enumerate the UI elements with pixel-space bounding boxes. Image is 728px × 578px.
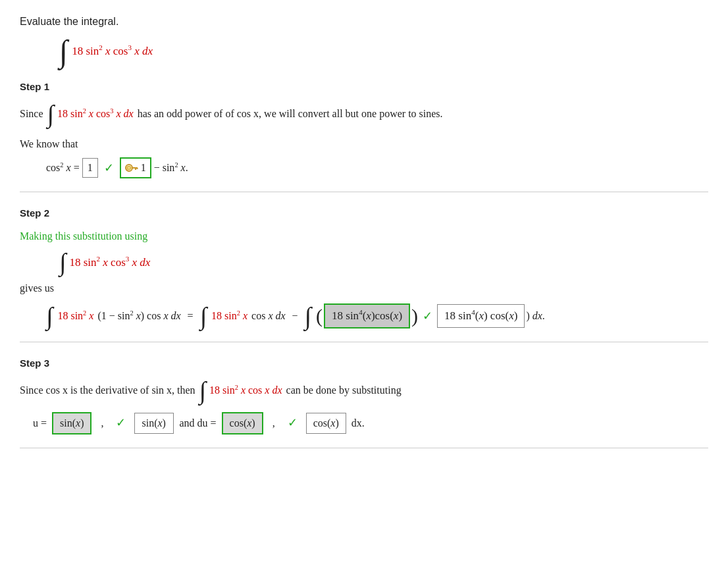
divider-3 xyxy=(20,448,708,448)
step2-making-text: Making this substitution using xyxy=(20,230,147,242)
step1-integral-expr: 18 sin2 x cos3 x dx xyxy=(57,105,134,122)
step3-integral-inline: ∫ 18 sin2 x cos x dx xyxy=(199,378,282,403)
step1-we-know: We know that xyxy=(20,136,708,153)
step2-gives-us: gives us xyxy=(20,280,708,297)
step3-and-du: and du = xyxy=(179,415,216,432)
step2-making-row: Making this substitution using xyxy=(20,228,708,245)
step2-rhs-integral: ∫ xyxy=(305,303,311,328)
step2-mid-integral: ∫ xyxy=(200,303,207,328)
step3-substitution-row: u = sin(x) , ✓ sin(x) and du = cos(x) , … xyxy=(33,412,708,434)
step1-section: Step 1 Since ∫ 18 sin2 x cos3 x dx has a… xyxy=(20,79,708,178)
step3-dx: dx. xyxy=(351,415,365,432)
step2-lhs-integral: ∫ xyxy=(46,303,53,328)
step3-u-box[interactable]: sin(x) xyxy=(52,412,91,434)
step3-integral-expr: 18 sin2 x cos x dx xyxy=(209,382,282,399)
step1-box1[interactable]: 1 xyxy=(82,158,98,178)
svg-rect-5 xyxy=(126,166,132,170)
header-section: Evaluate the integral. ∫ 18 sin2 x cos3 … xyxy=(20,13,708,67)
step3-since-cos: Since cos x is the derivative of sin x, … xyxy=(20,382,195,399)
evaluate-title: Evaluate the integral. xyxy=(20,13,708,30)
divider-2 xyxy=(20,342,708,342)
step3-u-label: u = xyxy=(33,415,47,432)
step1-check1: ✓ xyxy=(104,159,114,178)
step3-section: Step 3 Since cos x is the derivative of … xyxy=(20,355,708,434)
step3-label: Step 3 xyxy=(20,355,708,371)
step1-integral-inline: ∫ 18 sin2 x cos3 x dx xyxy=(47,101,134,126)
step3-cos-box[interactable]: cos(x) xyxy=(306,413,346,434)
step1-integral-sign: ∫ xyxy=(47,101,54,126)
step2-big-equation: ∫ 18 sin2 x (1 − sin2 x) cos x dx = ∫ 18… xyxy=(46,303,708,328)
step1-box2-val: 1 xyxy=(141,159,146,176)
step1-odd-power-text: has an odd power of of cos x, we will co… xyxy=(138,105,443,122)
step3-integral-sign: ∫ xyxy=(199,378,206,403)
step3-check2: ✓ xyxy=(288,413,298,433)
step2-integral-expr: 18 sin2 x cos3 x dx xyxy=(69,253,150,271)
step2-check: ✓ xyxy=(423,307,432,326)
step1-minus-sin2x: − sin2 x. xyxy=(154,159,188,176)
step3-since-row: Since cos x is the derivative of sin x, … xyxy=(20,378,708,403)
step2-gray-box[interactable]: 18 sin4(x)cos(x) xyxy=(324,303,410,328)
step3-du-box[interactable]: cos(x) xyxy=(222,412,263,434)
step1-label: Step 1 xyxy=(20,79,708,95)
step1-since-text: Since xyxy=(20,105,43,122)
main-integral-sign: ∫ xyxy=(59,36,68,67)
step3-sin-box[interactable]: sin(x) xyxy=(134,413,174,434)
step3-check1: ✓ xyxy=(116,413,126,433)
step2-integral-display: ∫ 18 sin2 x cos3 x dx xyxy=(59,250,708,275)
step1-cos2x-row: cos2 x = 1 ✓ 1 − sin2 x. xyxy=(46,157,708,178)
step2-section: Step 2 Making this substitution using ∫ … xyxy=(20,205,708,328)
divider-1 xyxy=(20,192,708,192)
step3-can-be-done: can be done by substituting xyxy=(286,382,402,399)
main-integral-expr: 18 sin2 x cos3 x dx xyxy=(72,42,153,60)
step1-cos2x-lhs: cos2 x = xyxy=(46,159,80,176)
step2-label: Step 2 xyxy=(20,205,708,221)
step2-white-box[interactable]: 18 sin4(x) cos(x) xyxy=(437,304,525,327)
main-integral-display: ∫ 18 sin2 x cos3 x dx xyxy=(59,36,708,67)
step1-since-row: Since ∫ 18 sin2 x cos3 x dx has an odd p… xyxy=(20,101,708,126)
step2-integral-sign: ∫ xyxy=(59,250,66,275)
step1-key-box: 1 xyxy=(120,157,151,178)
key-icon xyxy=(125,163,138,173)
